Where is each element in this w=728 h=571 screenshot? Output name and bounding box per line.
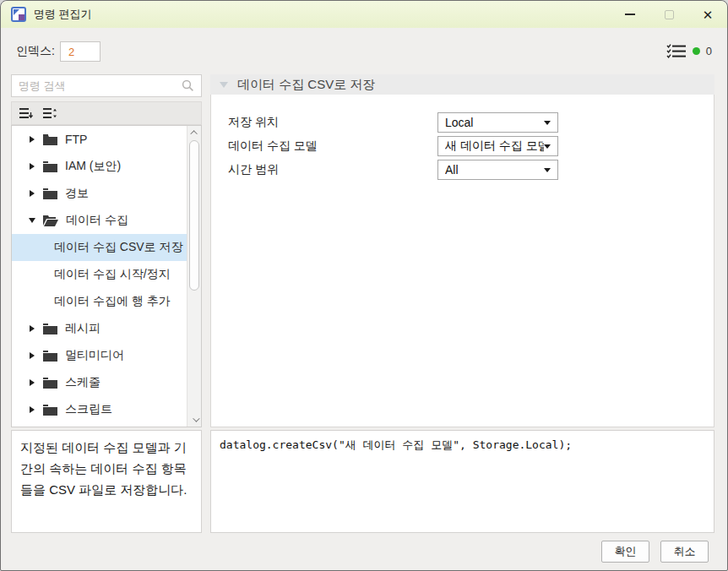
expand-all-icon[interactable] <box>42 107 57 120</box>
datalog-model-select[interactable]: 새 데이터 수집 모델 <box>437 136 558 156</box>
tree-folder-alarm[interactable]: 경보 <box>12 180 187 207</box>
task-list-icon[interactable] <box>666 43 687 58</box>
tree-label: 스케줄 <box>65 375 101 390</box>
chevron-right-icon[interactable] <box>26 325 38 332</box>
search-input[interactable]: 명령 검색 <box>11 74 202 97</box>
collapse-triangle-icon <box>220 82 228 88</box>
storage-location-value: Local <box>445 116 544 129</box>
command-settings-panel: 저장 위치 Local 데이터 수집 모델 새 데이터 수집 모델 시간 범위 … <box>210 95 714 427</box>
tree-folder-script[interactable]: 스크립트 <box>12 396 187 423</box>
search-placeholder: 명령 검색 <box>19 79 182 94</box>
window-title: 명령 편집기 <box>34 7 92 22</box>
folder-closed-icon <box>43 378 57 389</box>
scrollbar-thumb[interactable] <box>189 140 199 291</box>
panel-title: 데이터 수집 CSV로 저장 <box>237 77 375 93</box>
storage-location-select[interactable]: Local <box>437 112 558 133</box>
datalog-model-value: 새 데이터 수집 모델 <box>445 139 544 154</box>
tree-folder-iam[interactable]: IAM (보안) <box>12 153 187 180</box>
index-label: 인덱스: <box>16 44 55 59</box>
tree-folder-schedule[interactable]: 스케줄 <box>12 369 187 396</box>
folder-closed-icon <box>43 324 57 334</box>
cancel-button[interactable]: 취소 <box>660 541 709 563</box>
folder-closed-icon <box>43 188 57 199</box>
app-logo-icon <box>11 7 26 22</box>
tree-label: IAM (보안) <box>65 159 121 174</box>
chevron-down-icon[interactable] <box>26 218 38 223</box>
title-bar: 명령 편집기 ✕ <box>1 1 727 28</box>
tree-label: 데이터 수집에 행 추가 <box>54 294 171 309</box>
maximize-button[interactable] <box>649 1 688 28</box>
minimize-button[interactable] <box>611 1 649 28</box>
command-editor-dialog: 명령 편집기 ✕ 인덱스: 2 0 명령 검색 <box>0 0 728 571</box>
tree-toolbar <box>11 101 202 125</box>
tree-item-add-row[interactable]: 데이터 수집에 행 추가 <box>12 288 187 315</box>
chevron-right-icon[interactable] <box>26 379 38 386</box>
tree-folder-ftp[interactable]: FTP <box>12 126 187 153</box>
tree-folder-recipe[interactable]: 레시피 <box>12 315 187 342</box>
dialog-footer: 확인 취소 <box>601 541 709 563</box>
maximize-icon <box>665 10 674 19</box>
tree-label: 데이터 수집 CSV로 저장 <box>54 240 182 255</box>
tree-label: 데이터 수집 시작/정지 <box>54 267 171 282</box>
tree-folder-datalog[interactable]: 데이터 수집 <box>12 207 187 234</box>
form-row-storage: 저장 위치 Local <box>211 112 714 133</box>
index-row: 인덱스: 2 <box>16 41 101 62</box>
dropdown-arrow-icon <box>544 121 551 125</box>
tree-label: 스크립트 <box>65 402 112 417</box>
tree-item-start-stop[interactable]: 데이터 수집 시작/정지 <box>12 261 187 288</box>
chevron-right-icon[interactable] <box>26 136 38 143</box>
folder-closed-icon <box>43 351 57 362</box>
window-controls: ✕ <box>611 1 727 28</box>
scroll-down-icon[interactable] <box>187 413 202 427</box>
folder-closed-icon <box>43 134 57 145</box>
minimize-icon <box>625 14 635 15</box>
command-description: 지정된 데이터 수집 모델과 기간의 속하는 데이터 수집 항목들을 CSV 파… <box>11 430 202 533</box>
ok-button[interactable]: 확인 <box>601 541 649 563</box>
dropdown-arrow-icon <box>544 168 551 172</box>
close-button[interactable]: ✕ <box>688 1 727 28</box>
search-icon <box>182 79 194 92</box>
form-row-model: 데이터 수집 모델 새 데이터 수집 모델 <box>211 136 714 156</box>
tree-label: 레시피 <box>65 321 101 336</box>
close-icon: ✕ <box>703 8 714 21</box>
tree-label: 경보 <box>65 186 89 201</box>
folder-closed-icon <box>43 405 57 416</box>
panel-header[interactable]: 데이터 수집 CSV로 저장 <box>210 74 714 95</box>
tree-label: FTP <box>65 133 87 146</box>
index-value: 2 <box>68 46 74 58</box>
tree-folder-multimedia[interactable]: 멀티미디어 <box>12 342 187 369</box>
script-preview: datalog.createCsv("새 데이터 수집 모델", Storage… <box>210 430 714 533</box>
status-count: 0 <box>706 45 712 57</box>
time-range-label: 시간 범위 <box>211 162 437 177</box>
folder-closed-icon <box>43 161 57 172</box>
chevron-right-icon[interactable] <box>26 352 38 359</box>
chevron-right-icon[interactable] <box>26 163 38 170</box>
folder-open-icon <box>43 215 58 226</box>
tree-label: 멀티미디어 <box>65 348 124 363</box>
time-range-select[interactable]: All <box>437 160 558 180</box>
tree-item-save-csv[interactable]: 데이터 수집 CSV로 저장 <box>12 234 187 261</box>
tree-label: 데이터 수집 <box>66 213 128 228</box>
dropdown-arrow-icon <box>544 144 551 149</box>
storage-location-label: 저장 위치 <box>211 115 437 130</box>
status-cluster: 0 <box>666 43 712 58</box>
chevron-right-icon[interactable] <box>26 406 38 413</box>
command-tree: FTP IAM (보안) 경보 데이터 수집 데이터 수집 CSV로 저장 <box>11 125 202 427</box>
form-row-timerange: 시간 범위 All <box>211 160 714 180</box>
index-input[interactable]: 2 <box>60 41 101 62</box>
scroll-up-icon[interactable] <box>187 126 202 139</box>
status-dot-icon <box>693 47 700 55</box>
collapse-all-icon[interactable] <box>19 107 34 120</box>
time-range-value: All <box>445 163 544 177</box>
datalog-model-label: 데이터 수집 모델 <box>211 139 437 154</box>
chevron-right-icon[interactable] <box>26 190 38 197</box>
tree-scrollbar[interactable] <box>187 126 201 427</box>
